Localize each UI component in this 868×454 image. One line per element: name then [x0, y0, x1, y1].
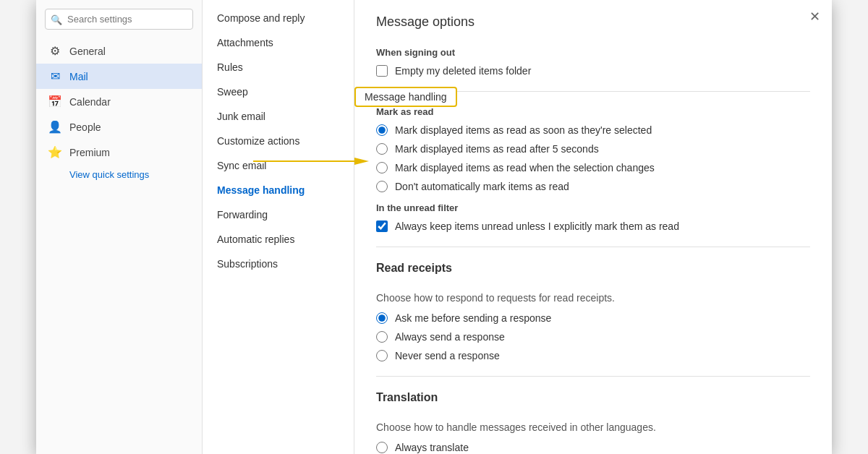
receipt-option-3-radio[interactable] — [376, 350, 388, 361]
sidebar-item-label: Mail — [69, 71, 88, 82]
settings-menu: Compose and reply Attachments Rules Swee… — [203, 0, 354, 454]
menu-item-subscriptions[interactable]: Subscriptions — [203, 252, 354, 276]
search-input[interactable] — [45, 9, 193, 30]
empty-deleted-checkbox[interactable] — [376, 65, 388, 77]
mark-option-4-row: Don't automatically mark items as read — [376, 181, 810, 192]
mark-option-4-radio[interactable] — [376, 181, 388, 192]
menu-item-auto-replies[interactable]: Automatic replies — [203, 227, 354, 252]
divider-3 — [376, 376, 810, 377]
mail-icon: ✉ — [48, 69, 62, 83]
premium-icon: ⭐ — [48, 145, 62, 159]
translation-option-1-row: Always translate — [376, 442, 810, 453]
receipt-option-2-label[interactable]: Always send a response — [395, 331, 505, 343]
receipt-option-2-row: Always send a response — [376, 331, 810, 343]
menu-item-rules[interactable]: Rules — [203, 55, 354, 80]
people-icon: 👤 — [48, 120, 62, 134]
mark-option-2-radio[interactable] — [376, 143, 388, 155]
calendar-icon: 📅 — [48, 95, 62, 108]
when-signing-out-label: When signing out — [376, 47, 810, 58]
menu-item-customize[interactable]: Customize actions — [203, 129, 354, 153]
translation-sublabel: Choose how to handle messages received i… — [376, 421, 810, 433]
close-button[interactable]: ✕ — [804, 6, 826, 27]
settings-nav: 🔍 ⚙ General ✉ Mail 📅 Calendar 👤 People ⭐ — [36, 0, 203, 454]
menu-item-message-handling[interactable]: Message handling — [203, 178, 354, 202]
sidebar-item-people[interactable]: 👤 People — [36, 114, 202, 140]
mark-option-2-row: Mark displayed items as read after 5 sec… — [376, 143, 810, 155]
receipt-option-1-radio[interactable] — [376, 312, 388, 324]
mark-option-2-label[interactable]: Mark displayed items as read after 5 sec… — [395, 143, 599, 155]
unread-keep-checkbox[interactable] — [376, 220, 388, 232]
read-receipts-sublabel: Choose how to respond to requests for re… — [376, 292, 810, 304]
receipt-option-1-row: Ask me before sending a response — [376, 312, 810, 324]
empty-deleted-label[interactable]: Empty my deleted items folder — [395, 65, 531, 77]
sidebar-item-label: General — [69, 46, 106, 57]
mark-option-1-radio[interactable] — [376, 124, 388, 136]
settings-modal: ✕ 🔍 ⚙ General ✉ Mail 📅 Calendar 👤 Peop — [36, 0, 832, 454]
read-receipts-title: Read receipts — [376, 262, 810, 280]
receipt-option-3-row: Never send a response — [376, 350, 810, 361]
sidebar-item-label: Calendar — [69, 96, 111, 108]
menu-item-junk[interactable]: Junk email — [203, 104, 354, 129]
unread-keep-row: Always keep items unread unless I explic… — [376, 220, 810, 232]
sidebar-item-label: People — [69, 121, 101, 133]
svg-marker-1 — [354, 158, 369, 165]
sidebar-item-mail[interactable]: ✉ Mail — [36, 64, 202, 89]
translation-title: Translation — [376, 391, 810, 410]
unread-filter-label: In the unread filter — [376, 202, 810, 213]
translation-option-1-radio[interactable] — [376, 442, 388, 453]
sidebar-item-label: Premium — [69, 147, 110, 158]
menu-item-attachments[interactable]: Attachments — [203, 30, 354, 55]
sidebar-item-general[interactable]: ⚙ General — [36, 38, 202, 64]
menu-item-compose[interactable]: Compose and reply — [203, 6, 354, 30]
receipt-option-1-label[interactable]: Ask me before sending a response — [395, 312, 551, 324]
mark-option-3-radio[interactable] — [376, 162, 388, 174]
receipt-option-3-label[interactable]: Never send a response — [395, 350, 500, 361]
sidebar-item-premium[interactable]: ⭐ Premium — [36, 140, 202, 165]
mark-as-read-label: Mark as read — [376, 106, 810, 117]
search-box: 🔍 — [45, 9, 193, 30]
sidebar-item-calendar[interactable]: 📅 Calendar — [36, 89, 202, 114]
divider-2 — [376, 247, 810, 247]
callout-label: Message handling — [365, 91, 447, 103]
mark-option-1-row: Mark displayed items as read as soon as … — [376, 124, 810, 136]
mark-option-3-label[interactable]: Mark displayed items as read when the se… — [395, 162, 655, 174]
general-icon: ⚙ — [48, 44, 62, 58]
receipt-option-2-radio[interactable] — [376, 331, 388, 343]
callout-arrow — [253, 154, 369, 171]
mark-option-4-label[interactable]: Don't automatically mark items as read — [395, 181, 569, 192]
search-icon: 🔍 — [51, 14, 62, 25]
mark-option-3-row: Mark displayed items as read when the se… — [376, 162, 810, 174]
section-title: Message options — [376, 14, 810, 35]
mark-option-1-label[interactable]: Mark displayed items as read as soon as … — [395, 124, 652, 136]
settings-content: Message options When signing out Empty m… — [354, 0, 832, 454]
empty-deleted-row: Empty my deleted items folder — [376, 65, 810, 77]
unread-keep-label[interactable]: Always keep items unread unless I explic… — [395, 220, 679, 232]
menu-item-forwarding[interactable]: Forwarding — [203, 202, 354, 227]
quick-settings-link[interactable]: View quick settings — [36, 165, 202, 184]
translation-option-1-label[interactable]: Always translate — [395, 442, 469, 453]
callout-box: Message handling — [354, 87, 457, 107]
menu-item-sweep[interactable]: Sweep — [203, 80, 354, 104]
